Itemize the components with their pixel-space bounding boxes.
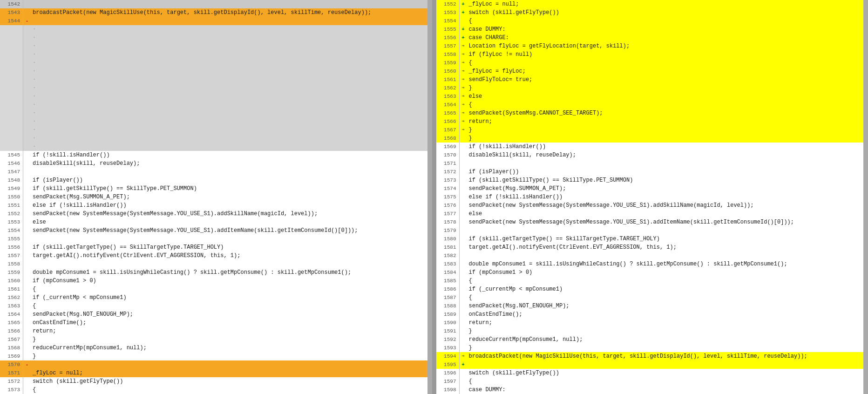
left-code-area[interactable]: 15421543 broadcastPacket(new MagicSkillU… xyxy=(0,0,432,394)
line-text: } xyxy=(31,352,432,360)
line-text: case CHARGE: xyxy=(467,34,868,42)
line-text: if (mpConsume1 > 0) xyxy=(467,268,868,277)
line-number xyxy=(0,59,23,67)
line-number: 1568 xyxy=(0,344,23,352)
line-number: 1570 xyxy=(436,151,460,159)
line-marker xyxy=(23,25,31,34)
code-line: 1594⇒ broadcastPacket(new MagicSkillUse(… xyxy=(436,352,868,360)
line-text: · xyxy=(31,134,432,143)
line-marker xyxy=(460,134,467,143)
line-marker: - xyxy=(23,17,31,25)
line-text: if (skill.getSkillType() == SkillType.PE… xyxy=(31,184,432,193)
code-line: · xyxy=(0,101,432,109)
line-text: target.getAI().notifyEvent(CtrlEvent.EVT… xyxy=(31,251,432,260)
code-line: · xyxy=(0,134,432,143)
line-text: sendPacket(new SystemMessage(SystemMessa… xyxy=(31,226,432,235)
line-number: 1573 xyxy=(436,176,460,184)
line-marker xyxy=(23,201,31,210)
line-number: 1576 xyxy=(436,201,460,210)
line-number: 1565 xyxy=(436,109,460,117)
line-text: sendFlyToLoc= true; xyxy=(467,75,868,84)
code-line: 1558⇒ if (flyLoc != null) xyxy=(436,50,868,59)
code-line: 1565⇒ sendPacket(SystemMsg.CANNOT_SEE_TA… xyxy=(436,109,868,117)
line-number: 1568 xyxy=(436,134,460,143)
code-line: 1577 else xyxy=(436,210,868,218)
code-line: · xyxy=(0,50,432,59)
line-text: } xyxy=(467,126,868,134)
line-text: disableSkill(skill, reuseDelay); xyxy=(31,159,432,168)
line-text: · xyxy=(31,92,432,101)
line-marker xyxy=(23,352,31,360)
line-text: else xyxy=(31,218,432,226)
code-line: 1564⇒ { xyxy=(436,101,868,109)
code-line: 1573 { xyxy=(0,386,432,394)
code-line: 1595+ xyxy=(436,360,868,369)
line-number xyxy=(0,34,23,42)
line-text: · xyxy=(31,34,432,42)
line-marker: ⇒ xyxy=(460,84,467,92)
line-number xyxy=(0,134,23,143)
line-text: else if (!skill.isHandler()) xyxy=(31,201,432,210)
line-text: broadcastPacket(new MagicSkillUse(this, … xyxy=(467,352,868,360)
line-marker: ⇒ xyxy=(460,67,467,75)
line-number: 1560 xyxy=(436,67,460,75)
line-text: { xyxy=(31,386,432,394)
line-number: 1543 xyxy=(0,8,23,17)
code-line: · xyxy=(0,34,432,42)
code-line: 1569 } xyxy=(0,352,432,360)
pane-divider[interactable] xyxy=(433,0,436,394)
code-line: · xyxy=(0,25,432,34)
line-number: 1566 xyxy=(0,327,23,335)
line-number xyxy=(0,117,23,126)
line-marker xyxy=(23,235,31,243)
code-line: 1552+ _flyLoc = null; xyxy=(436,0,868,8)
line-text: · xyxy=(31,59,432,67)
code-line: 1585 { xyxy=(436,277,868,285)
line-number: 1579 xyxy=(436,226,460,235)
code-line: 1542 xyxy=(0,0,432,8)
line-marker xyxy=(460,159,467,168)
line-text xyxy=(31,360,432,369)
code-line: 1553 else xyxy=(0,218,432,226)
line-number: 1548 xyxy=(0,176,23,184)
line-marker xyxy=(460,193,467,201)
line-text: Location flyLoc = getFlyLocation(target,… xyxy=(467,42,868,50)
line-number: 1578 xyxy=(436,218,460,226)
line-marker xyxy=(23,75,31,84)
line-marker xyxy=(460,377,467,386)
line-marker xyxy=(23,126,31,134)
code-line: · xyxy=(0,109,432,117)
line-number: 1582 xyxy=(436,251,460,260)
line-marker xyxy=(23,193,31,201)
line-text: disableSkill(skill, reuseDelay); xyxy=(467,151,868,159)
line-text: { xyxy=(467,17,868,25)
code-line: 1593 } xyxy=(436,344,868,352)
line-marker xyxy=(23,0,31,8)
line-number: 1564 xyxy=(0,310,23,319)
right-scrollbar[interactable] xyxy=(863,0,868,394)
code-line: 1572 switch (skill.getFlyType()) xyxy=(0,377,432,386)
line-number: 1554 xyxy=(0,226,23,235)
line-number: 1558 xyxy=(436,50,460,59)
line-marker xyxy=(460,344,467,352)
line-marker: ⇒ xyxy=(460,50,467,59)
line-number: 1558 xyxy=(0,260,23,268)
code-line: 1588 sendPacket(Msg.NOT_ENOUGH_MP); xyxy=(436,302,868,310)
right-code-area[interactable]: 1552+ _flyLoc = null;1553+ switch (skill… xyxy=(436,0,868,394)
line-number: 1577 xyxy=(436,210,460,218)
line-text: } xyxy=(467,84,868,92)
line-marker xyxy=(460,17,467,25)
line-marker xyxy=(23,260,31,268)
code-line: 1549 if (skill.getSkillType() == SkillTy… xyxy=(0,184,432,193)
line-number: 1570 xyxy=(0,360,23,369)
code-line: · xyxy=(0,42,432,50)
line-text: onCastEndTime(); xyxy=(467,310,868,319)
code-line: 1561 { xyxy=(0,285,432,293)
line-number xyxy=(0,92,23,101)
line-marker xyxy=(23,226,31,235)
line-marker: - xyxy=(23,360,31,369)
left-scrollbar[interactable] xyxy=(427,0,432,394)
line-number: 1584 xyxy=(436,268,460,277)
code-line: 1567 } xyxy=(0,335,432,344)
line-number: 1545 xyxy=(0,151,23,159)
